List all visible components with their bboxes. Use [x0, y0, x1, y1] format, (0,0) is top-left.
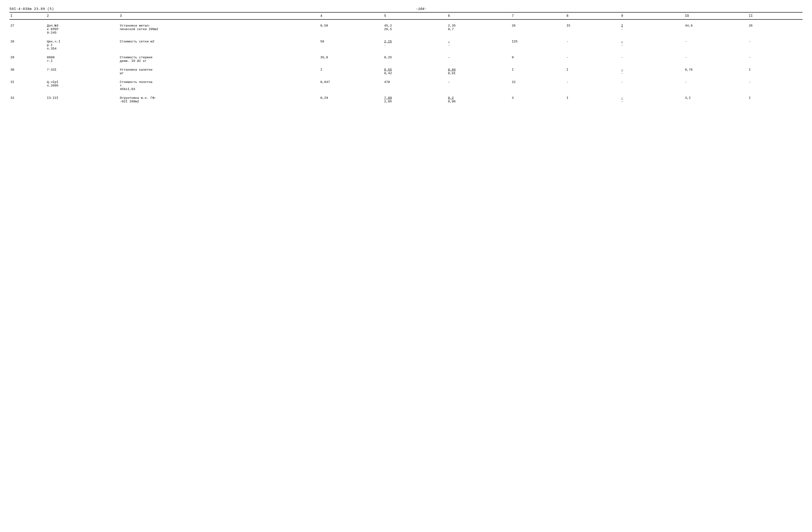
table-cell: 22: [511, 76, 566, 92]
table-cell: 30: [10, 64, 46, 76]
table-cell: 0,040,0I: [447, 64, 511, 76]
table-cell: –-: [447, 35, 511, 51]
table-cell: I: [748, 64, 802, 76]
table-cell: 0,58: [319, 19, 383, 35]
column-header-row: I 2 3 4 5 6 7 8 9 IO II: [10, 12, 802, 19]
table-cell: 44,6: [684, 19, 748, 35]
table-cell: -: [748, 76, 802, 92]
table-cell: I: [319, 64, 383, 76]
doc-reference: 50I-4-038м 23.89 (5): [10, 7, 54, 11]
table-cell: I: [748, 92, 802, 104]
col-header-2: 2: [46, 12, 119, 19]
table-cell: 0,20,06: [447, 92, 511, 104]
table-cell: 7,892,05: [383, 92, 447, 104]
table-cell: 0,25: [383, 51, 447, 64]
table-cell: 28: [10, 35, 46, 51]
col-header-5: 5: [383, 12, 447, 19]
table-cell: 26: [511, 19, 566, 35]
col-header-11: II: [748, 12, 802, 19]
table-row: 27Доп.№3к ЕРЕР9-245Установка метал-личес…: [10, 19, 802, 35]
table-cell: Установка метал-лической сетки I00м2: [119, 19, 319, 35]
table-cell: Ц.чIрIп.2095: [46, 76, 119, 92]
col-header-4: 4: [319, 12, 383, 19]
table-cell: -: [566, 35, 620, 51]
col-header-6: 6: [447, 12, 511, 19]
table-cell: 29: [10, 51, 46, 64]
table-cell: 3I: [10, 76, 46, 92]
table-row: 3IЦ.чIрIп.2095Стоимость полотна т456хI,0…: [10, 76, 802, 92]
table-cell: –-: [620, 64, 684, 76]
col-header-1: I: [10, 12, 46, 19]
table-cell: 7-33I: [46, 64, 119, 76]
table-cell: I: [566, 64, 620, 76]
table-cell: 26: [748, 19, 802, 35]
table-cell: -: [748, 51, 802, 64]
col-header-8: 8: [566, 12, 620, 19]
table-cell: I3-I2I: [46, 92, 119, 104]
table-cell: 3,I: [684, 92, 748, 104]
table-cell: Цен.ч.Iр.Iп.354: [46, 35, 119, 51]
table-cell: Стоимость полотна т456хI,03: [119, 76, 319, 92]
table-cell: Установка калитки шт: [119, 64, 319, 76]
table-cell: 470: [383, 76, 447, 92]
table-cell: 27: [10, 19, 46, 35]
table-cell: 58: [319, 35, 383, 51]
table-cell: –-: [620, 92, 684, 104]
col-header-7: 7: [511, 12, 566, 19]
table-cell: -: [748, 35, 802, 51]
table-row: 307-33IУстановка калитки штI0,550,420,04…: [10, 64, 802, 76]
main-table: I 2 3 4 5 6 7 8 9 IO II 27Доп.№3к ЕРЕР9-…: [10, 12, 802, 104]
table-cell: I-: [620, 19, 684, 35]
table-cell: 2,350,7: [447, 19, 511, 35]
table-cell: 3: [511, 92, 566, 104]
table-cell: -: [684, 35, 748, 51]
table-cell: -: [620, 51, 684, 64]
table-cell: 2,I5-: [383, 35, 447, 51]
table-cell: I5: [566, 19, 620, 35]
table-cell: Стоимость стержнядиам. IO AI кг: [119, 51, 319, 64]
table-cell: -: [620, 76, 684, 92]
table-cell: Стоимость сетки м2: [119, 35, 319, 51]
table-cell: 0,047: [319, 76, 383, 92]
table-cell: -: [566, 76, 620, 92]
table-cell: Огрунтовка м.к. ГФ--02I I00м2: [119, 92, 319, 104]
table-cell: I: [511, 64, 566, 76]
table-cell: –: [447, 76, 511, 92]
table-cell: -: [684, 51, 748, 64]
table-cell: -: [566, 51, 620, 64]
table-cell: 0,550,42: [383, 64, 447, 76]
table-cell: 32: [10, 92, 46, 104]
table-cell: -: [684, 76, 748, 92]
col-header-10: IO: [684, 12, 748, 19]
table-cell: 45,226,5: [383, 19, 447, 35]
table-cell: 0,76: [684, 64, 748, 76]
table-cell: 35,8: [319, 51, 383, 64]
page-number: -104-: [54, 7, 802, 11]
table-cell: –: [447, 51, 511, 64]
page-header: 50I-4-038м 23.89 (5) -104-: [10, 7, 802, 11]
col-header-9: 9: [620, 12, 684, 19]
table-cell: 0608т.I: [46, 51, 119, 64]
table-cell: Доп.№3к ЕРЕР9-245: [46, 19, 119, 35]
table-cell: 9: [511, 51, 566, 64]
table-row: 290608т.IСтоимость стержнядиам. IO AI кг…: [10, 51, 802, 64]
table-cell: I25: [511, 35, 566, 51]
table-cell: 0,29: [319, 92, 383, 104]
table-row: 32I3-I2IОгрунтовка м.к. ГФ--02I I00м20,2…: [10, 92, 802, 104]
table-cell: I: [566, 92, 620, 104]
table-cell: –-: [620, 35, 684, 51]
table-row: 28Цен.ч.Iр.Iп.354Стоимость сетки м2582,I…: [10, 35, 802, 51]
col-header-3: 3: [119, 12, 319, 19]
